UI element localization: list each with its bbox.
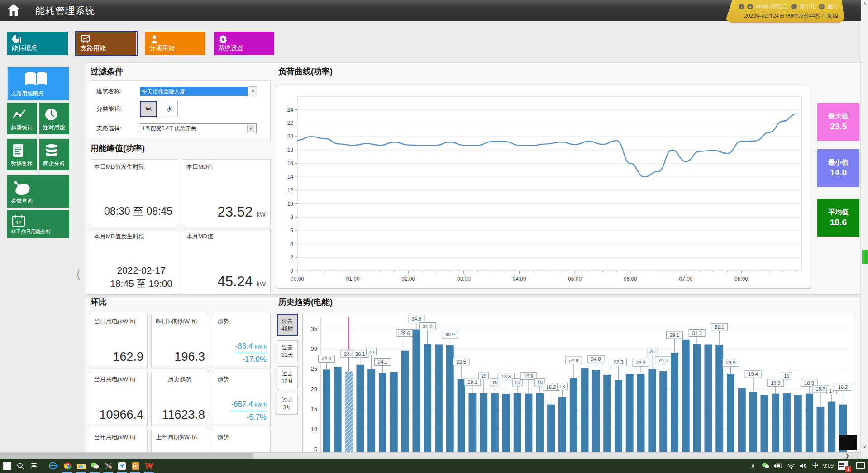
logout-label[interactable]: 退出: [827, 3, 838, 10]
load-curve-plot: 02468101214161820222400:0001:0002:0003:0…: [277, 86, 810, 288]
current-user: admin|管理员: [756, 3, 788, 10]
building-name-select[interactable]: 中美信托金融大厦: [140, 87, 248, 96]
tray-wechat-icon[interactable]: [762, 462, 770, 470]
hscroll-thumb[interactable]: [0, 453, 253, 459]
task-view-icon[interactable]: [27, 459, 41, 473]
vscroll-thumb[interactable]: [862, 250, 868, 264]
branch-select[interactable]: 1号配变0.4千伏总开关 ∨: [140, 123, 257, 133]
svg-text:2: 2: [290, 254, 293, 260]
sidebar-item-yoy-analysis[interactable]: 同比分析: [39, 139, 69, 170]
user-icon: ▲: [747, 4, 753, 9]
energy-type-electric-button[interactable]: 电: [140, 101, 157, 117]
svg-text:24.8: 24.8: [591, 356, 601, 362]
open-book-icon: [24, 71, 49, 88]
chart-tooltip: [839, 435, 857, 450]
wps-icon[interactable]: [142, 459, 156, 473]
today-md-period-value: 08:30 至 08:45: [104, 204, 172, 218]
app-title: 能耗管理系统: [35, 5, 95, 17]
vscroll-up-arrow[interactable]: ∧: [861, 1, 868, 6]
hscroll-right-arrow[interactable]: ❯: [844, 453, 851, 459]
today-md-value: 23.52: [218, 204, 253, 220]
svg-text:22.8: 22.8: [568, 358, 578, 363]
svg-text:04:00: 04:00: [513, 276, 526, 282]
energy-type-water-button[interactable]: 水: [161, 101, 178, 117]
yesterday-usage-card: 昨日同期(kW·h) 196.3: [151, 314, 209, 368]
wechat-icon[interactable]: [88, 459, 101, 473]
svg-text:18.9: 18.9: [804, 380, 814, 386]
month-trend-card: 趋势 -657.4 kW·h -5.7%: [213, 372, 271, 426]
sidebar-item-parameter-query[interactable]: 参数查询: [7, 175, 69, 208]
teams-app-icon[interactable]: [115, 459, 129, 473]
vscroll-down-arrow[interactable]: ∨: [861, 444, 868, 449]
month-trend-delta: -657.4: [231, 400, 253, 408]
nav-tab-branch-energy[interactable]: 支路用能: [76, 32, 137, 55]
devtool-icon[interactable]: [101, 459, 115, 473]
battery-icon[interactable]: [774, 462, 782, 470]
daily-trend-delta: -33.4: [235, 342, 253, 350]
action-center-icon[interactable]: [856, 462, 865, 469]
nav-tab-system-settings[interactable]: 系统设置: [214, 32, 274, 55]
min-value-badge: 最小值 14.0: [817, 149, 859, 187]
svg-text:19: 19: [515, 380, 520, 385]
chrome-icon[interactable]: [61, 459, 74, 473]
internet-explorer-icon[interactable]: [47, 459, 61, 473]
sidebar-item-branch-overview[interactable]: 支路用能概况: [7, 67, 69, 100]
collapse-panel-arrow[interactable]: ⟨: [76, 268, 81, 282]
svg-text:00:00: 00:00: [291, 276, 304, 282]
home-icon[interactable]: [5, 3, 24, 18]
sidebar-item-data-collection[interactable]: 数据集抄: [7, 139, 37, 170]
close-icon[interactable]: ✕: [819, 4, 825, 9]
svg-text:15.7: 15.7: [816, 386, 825, 392]
svg-text:12: 12: [16, 220, 21, 225]
file-explorer-icon[interactable]: [74, 459, 88, 473]
wifi-icon[interactable]: [787, 462, 795, 470]
input-method-indicator[interactable]: 中: [812, 462, 819, 470]
sidebar-item-hourly-energy[interactable]: 逐时用能: [39, 103, 69, 134]
nav-tab-energy-overview[interactable]: 能耗概况: [7, 32, 68, 55]
vertical-scrollbar[interactable]: ∧ ∨: [861, 0, 868, 459]
svg-text:19: 19: [784, 373, 789, 378]
tab-past-3y[interactable]: 过去3年: [277, 393, 298, 415]
clock[interactable]: 9:09: [823, 463, 834, 469]
search-icon[interactable]: [14, 459, 27, 473]
notification-icon[interactable]: 1: [838, 461, 848, 470]
branch-select-label: 支路选择:: [96, 124, 140, 132]
svg-text:29.1: 29.1: [670, 332, 679, 338]
nav-tab-subitem-energy[interactable]: 分项用能: [145, 32, 205, 55]
tab-past-12m[interactable]: 过去12月: [277, 366, 298, 388]
notification-badge: 1: [845, 466, 851, 472]
history-period-tabs: 过去48时 过去31天 过去12月 过去3年: [277, 314, 298, 419]
resize-grip: .:: [857, 454, 860, 458]
svg-text:20: 20: [287, 133, 294, 140]
sidebar-item-trend-statistics[interactable]: 趋势统计: [7, 103, 37, 134]
peak-section-title: 用能峰值(功率): [91, 143, 145, 154]
svg-text:16.2: 16.2: [838, 384, 848, 390]
info-icon[interactable]: i: [739, 4, 744, 9]
month-md-period-card: 本月MD值发生时段 2022-02-1718:45 至 19:00: [90, 229, 178, 295]
tab-past-48h[interactable]: 过去48时: [277, 314, 298, 336]
sidebar-item-nonworkday-analysis[interactable]: 12 非工作日用能分析: [7, 210, 69, 238]
tab-past-31d[interactable]: 过去31天: [277, 340, 298, 362]
person-icon: [149, 34, 159, 44]
minimize-icon[interactable]: –: [791, 4, 797, 9]
tray-expand-icon[interactable]: ∧: [749, 462, 757, 470]
orange-app-icon[interactable]: [129, 459, 142, 473]
building-dropdown-button[interactable]: ▼: [249, 86, 257, 96]
satellite-dish-icon: [12, 180, 32, 196]
load-curve-title: 负荷曲线(功率): [278, 66, 333, 77]
svg-text:02:00: 02:00: [401, 276, 415, 282]
svg-text:22.5: 22.5: [456, 359, 466, 364]
today-usage-value: 162.9: [113, 350, 143, 364]
today-usage-card: 当日用电(kW·h) 162.9: [90, 314, 148, 368]
horizontal-scrollbar[interactable]: ❯ .:: [0, 452, 861, 459]
minimize-label[interactable]: 最小化: [800, 3, 816, 10]
svg-text:23.9: 23.9: [726, 360, 735, 365]
huanbi-cards: 当日用电(kW·h) 162.9 昨日同期(kW·h) 196.3 趋势 -33…: [90, 314, 271, 473]
document-icon: [12, 143, 24, 158]
volume-icon[interactable]: [800, 462, 808, 470]
start-button[interactable]: [0, 459, 14, 473]
trend-board-icon: [81, 34, 91, 44]
svg-text:10: 10: [311, 426, 317, 433]
svg-text:18.9: 18.9: [771, 380, 780, 386]
svg-text:25: 25: [649, 349, 655, 354]
